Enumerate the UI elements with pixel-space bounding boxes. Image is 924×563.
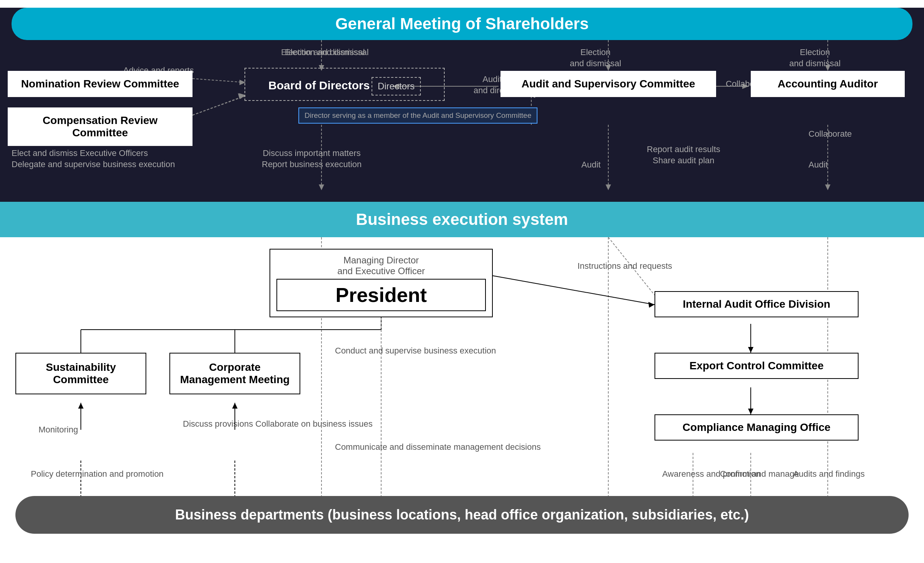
business-execution-title: Business execution system	[356, 210, 568, 228]
svg-marker-19	[825, 184, 830, 190]
svg-marker-37	[748, 347, 753, 353]
policy-determination-label: Policy determination and promotion	[31, 468, 164, 480]
report-audit-label: Report audit resultsShare audit plan	[647, 144, 720, 166]
election-right1-label: Electionand dismissal	[570, 47, 621, 69]
collaborate-bottom-label: Collaborate	[808, 129, 852, 140]
monitoring-label: Monitoring	[38, 424, 78, 436]
bottom-section: Managing Director and Executive Officer …	[0, 237, 924, 545]
president-title: President	[336, 284, 427, 306]
export-control-label: Export Control Committee	[690, 360, 824, 372]
president-box: Managing Director and Executive Officer …	[270, 249, 493, 317]
accounting-auditor-box: Accounting Auditor	[751, 71, 905, 97]
audit-center-label: Audit	[581, 159, 601, 171]
business-departments-bar: Business departments (business locations…	[15, 496, 909, 534]
compliance-box: Compliance Managing Office	[654, 414, 859, 441]
svg-line-34	[493, 276, 654, 305]
svg-marker-47	[232, 403, 238, 409]
svg-marker-43	[78, 403, 84, 409]
communicate-label: Communicate and disseminate management d…	[335, 441, 541, 453]
corporate-meeting-box: Corporate Management Meeting	[169, 353, 300, 394]
diagram-container: General Meeting of Shareholders	[0, 8, 924, 563]
elect-dismiss-exec-label: Elect and dismiss Executive OfficersDele…	[12, 148, 175, 170]
svg-line-6	[192, 79, 244, 82]
directors-label: Directors	[378, 81, 415, 91]
nomination-committee-box: Nomination Review Committee	[8, 71, 192, 97]
president-subtitle: Managing Director and Executive Officer	[276, 255, 486, 276]
shareholders-header: General Meeting of Shareholders	[12, 8, 912, 40]
nomination-committee-label: Nomination Review Committee	[21, 78, 179, 90]
corporate-meeting-label: Corporate Management Meeting	[180, 361, 290, 385]
governance-area: Advice and reports Adviceand reports Ele…	[0, 40, 924, 202]
audit-supervisory-box: Audit and Supervisory Committee	[500, 71, 716, 97]
top-section: General Meeting of Shareholders	[0, 8, 924, 202]
conduct-supervise-label: Conduct and supervise business execution	[335, 345, 496, 357]
board-directors-label: Board of Directors	[268, 79, 370, 92]
export-control-box: Export Control Committee	[654, 353, 859, 379]
election-right2-label: Electionand dismissal	[789, 47, 840, 69]
compliance-label: Compliance Managing Office	[683, 421, 830, 433]
confirm-manage-label: Confirm and manage	[720, 468, 799, 480]
audit-member-note-box: Director serving as a member of the Audi…	[298, 107, 537, 124]
discuss-provisions-label: Discuss provisions Collaborate on busine…	[183, 418, 373, 430]
compensation-committee-box: Compensation Review Committee	[8, 107, 192, 146]
audits-findings-label: Audits and findings	[793, 468, 865, 480]
audit-member-note: Director serving as a member of the Audi…	[305, 111, 531, 119]
instructions-requests-label: Instructions and requests	[578, 260, 672, 272]
business-execution-header: Business execution system	[0, 202, 924, 237]
compensation-committee-label: Compensation Review Committee	[43, 114, 158, 139]
svg-marker-35	[648, 302, 654, 308]
audit-right-label: Audit	[808, 159, 828, 171]
accounting-auditor-label: Accounting Auditor	[778, 78, 878, 90]
discuss-important-label: Discuss important mattersReport business…	[262, 148, 362, 170]
svg-line-21	[192, 96, 246, 115]
internal-audit-box: Internal Audit Office Division	[654, 291, 859, 317]
audit-supervisory-label: Audit and Supervisory Committee	[521, 78, 695, 90]
sustainability-box: Sustainability Committee	[15, 353, 146, 394]
shareholders-title: General Meeting of Shareholders	[335, 15, 589, 33]
svg-marker-15	[319, 184, 324, 190]
svg-line-7	[192, 96, 244, 115]
sustainability-label: Sustainability Committee	[46, 361, 116, 385]
svg-marker-8	[238, 93, 244, 99]
svg-marker-39	[748, 409, 753, 414]
business-departments-label: Business departments (business locations…	[175, 507, 749, 523]
internal-audit-label: Internal Audit Office Division	[683, 298, 830, 310]
svg-marker-17	[606, 184, 611, 190]
board-directors-box: Board of Directors Directors	[244, 68, 445, 101]
